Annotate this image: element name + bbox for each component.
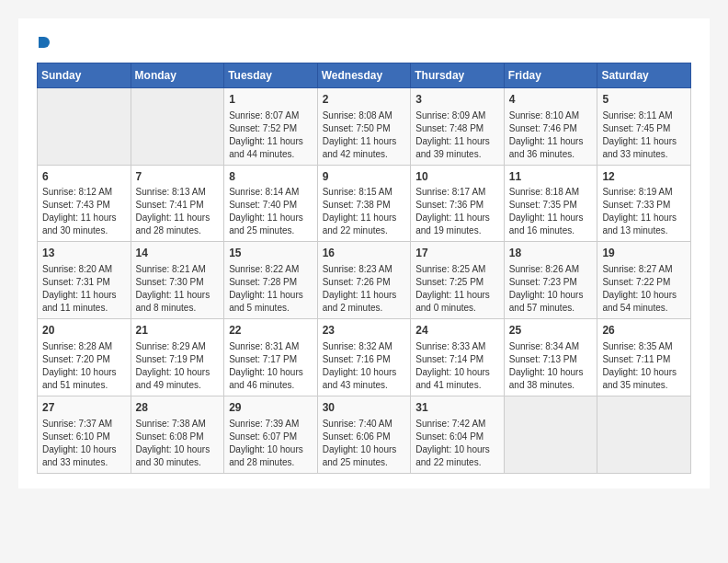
calendar-cell xyxy=(597,396,691,473)
day-info: Sunrise: 8:32 AM Sunset: 7:16 PM Dayligh… xyxy=(323,340,406,392)
calendar-cell: 26Sunrise: 8:35 AM Sunset: 7:11 PM Dayli… xyxy=(597,319,691,396)
calendar-cell: 9Sunrise: 8:15 AM Sunset: 7:38 PM Daylig… xyxy=(317,165,411,242)
day-info: Sunrise: 7:37 AM Sunset: 6:10 PM Dayligh… xyxy=(42,418,126,469)
day-number: 2 xyxy=(323,92,406,108)
day-number: 25 xyxy=(509,323,593,339)
calendar-cell: 4Sunrise: 8:10 AM Sunset: 7:46 PM Daylig… xyxy=(504,87,597,165)
calendar-cell: 19Sunrise: 8:27 AM Sunset: 7:22 PM Dayli… xyxy=(597,242,691,319)
calendar-week: 13Sunrise: 8:20 AM Sunset: 7:31 PM Dayli… xyxy=(38,242,691,319)
calendar-week: 20Sunrise: 8:28 AM Sunset: 7:20 PM Dayli… xyxy=(38,319,691,396)
logo-icon xyxy=(39,37,50,48)
day-number: 24 xyxy=(415,323,499,339)
day-number: 5 xyxy=(602,92,686,108)
day-info: Sunrise: 8:17 AM Sunset: 7:36 PM Dayligh… xyxy=(415,186,499,237)
calendar-cell: 28Sunrise: 7:38 AM Sunset: 6:08 PM Dayli… xyxy=(131,396,224,473)
day-info: Sunrise: 8:23 AM Sunset: 7:26 PM Dayligh… xyxy=(323,263,406,315)
day-number: 27 xyxy=(42,400,126,416)
day-number: 22 xyxy=(229,323,313,339)
day-info: Sunrise: 7:42 AM Sunset: 6:04 PM Dayligh… xyxy=(415,418,499,469)
day-number: 12 xyxy=(602,169,686,185)
day-info: Sunrise: 8:34 AM Sunset: 7:13 PM Dayligh… xyxy=(509,340,593,392)
day-number: 26 xyxy=(602,323,686,339)
day-info: Sunrise: 8:31 AM Sunset: 7:17 PM Dayligh… xyxy=(229,340,313,392)
logo xyxy=(37,33,50,52)
day-number: 31 xyxy=(415,400,499,416)
calendar-cell: 17Sunrise: 8:25 AM Sunset: 7:25 PM Dayli… xyxy=(411,242,505,319)
day-number: 21 xyxy=(136,323,220,339)
day-header: Tuesday xyxy=(224,63,318,87)
day-number: 3 xyxy=(415,92,499,108)
day-info: Sunrise: 8:07 AM Sunset: 7:52 PM Dayligh… xyxy=(229,109,313,161)
day-header: Saturday xyxy=(597,63,691,87)
calendar-cell: 12Sunrise: 8:19 AM Sunset: 7:33 PM Dayli… xyxy=(597,165,691,242)
calendar-cell: 1Sunrise: 8:07 AM Sunset: 7:52 PM Daylig… xyxy=(224,87,318,165)
logo-text xyxy=(37,33,50,52)
day-info: Sunrise: 8:18 AM Sunset: 7:35 PM Dayligh… xyxy=(509,186,593,237)
day-info: Sunrise: 8:29 AM Sunset: 7:19 PM Dayligh… xyxy=(136,340,220,392)
day-header: Monday xyxy=(131,63,224,87)
day-info: Sunrise: 7:40 AM Sunset: 6:06 PM Dayligh… xyxy=(323,418,406,469)
day-number: 29 xyxy=(229,400,313,416)
calendar-cell: 29Sunrise: 7:39 AM Sunset: 6:07 PM Dayli… xyxy=(224,396,318,473)
day-info: Sunrise: 8:10 AM Sunset: 7:46 PM Dayligh… xyxy=(509,109,593,161)
calendar-cell: 6Sunrise: 8:12 AM Sunset: 7:43 PM Daylig… xyxy=(38,165,131,242)
header xyxy=(37,33,691,52)
day-info: Sunrise: 8:27 AM Sunset: 7:22 PM Dayligh… xyxy=(602,263,686,315)
calendar-cell: 31Sunrise: 7:42 AM Sunset: 6:04 PM Dayli… xyxy=(411,396,505,473)
calendar-cell: 15Sunrise: 8:22 AM Sunset: 7:28 PM Dayli… xyxy=(224,242,318,319)
calendar-cell: 13Sunrise: 8:20 AM Sunset: 7:31 PM Dayli… xyxy=(38,242,131,319)
day-number: 28 xyxy=(136,400,220,416)
day-number: 16 xyxy=(323,246,406,261)
day-number: 23 xyxy=(323,323,406,339)
day-number: 9 xyxy=(323,169,406,185)
day-info: Sunrise: 8:14 AM Sunset: 7:40 PM Dayligh… xyxy=(229,186,313,237)
day-number: 7 xyxy=(136,169,220,185)
day-number: 10 xyxy=(415,169,499,185)
day-header: Thursday xyxy=(411,63,505,87)
day-info: Sunrise: 8:13 AM Sunset: 7:41 PM Dayligh… xyxy=(136,186,220,237)
day-info: Sunrise: 8:09 AM Sunset: 7:48 PM Dayligh… xyxy=(415,109,499,161)
calendar-cell: 10Sunrise: 8:17 AM Sunset: 7:36 PM Dayli… xyxy=(411,165,505,242)
day-number: 11 xyxy=(509,169,593,185)
header-row: SundayMondayTuesdayWednesdayThursdayFrid… xyxy=(38,63,691,87)
calendar-cell xyxy=(38,87,131,165)
calendar-cell: 16Sunrise: 8:23 AM Sunset: 7:26 PM Dayli… xyxy=(317,242,411,319)
day-number: 19 xyxy=(602,246,686,261)
day-info: Sunrise: 8:25 AM Sunset: 7:25 PM Dayligh… xyxy=(415,263,499,315)
day-number: 4 xyxy=(509,92,593,108)
day-info: Sunrise: 8:33 AM Sunset: 7:14 PM Dayligh… xyxy=(415,340,499,392)
calendar-cell: 2Sunrise: 8:08 AM Sunset: 7:50 PM Daylig… xyxy=(317,87,411,165)
day-number: 14 xyxy=(136,246,220,261)
calendar-cell: 14Sunrise: 8:21 AM Sunset: 7:30 PM Dayli… xyxy=(131,242,224,319)
day-number: 6 xyxy=(42,169,126,185)
calendar-cell: 7Sunrise: 8:13 AM Sunset: 7:41 PM Daylig… xyxy=(131,165,224,242)
day-header: Sunday xyxy=(38,63,131,87)
calendar-cell: 18Sunrise: 8:26 AM Sunset: 7:23 PM Dayli… xyxy=(504,242,597,319)
calendar-week: 27Sunrise: 7:37 AM Sunset: 6:10 PM Dayli… xyxy=(38,396,691,473)
day-info: Sunrise: 8:15 AM Sunset: 7:38 PM Dayligh… xyxy=(323,186,406,237)
day-number: 8 xyxy=(229,169,313,185)
calendar-cell: 25Sunrise: 8:34 AM Sunset: 7:13 PM Dayli… xyxy=(504,319,597,396)
calendar-cell: 20Sunrise: 8:28 AM Sunset: 7:20 PM Dayli… xyxy=(38,319,131,396)
day-info: Sunrise: 7:39 AM Sunset: 6:07 PM Dayligh… xyxy=(229,418,313,469)
calendar-week: 6Sunrise: 8:12 AM Sunset: 7:43 PM Daylig… xyxy=(38,165,691,242)
day-info: Sunrise: 8:21 AM Sunset: 7:30 PM Dayligh… xyxy=(136,263,220,315)
calendar-table: SundayMondayTuesdayWednesdayThursdayFrid… xyxy=(37,63,691,474)
day-number: 17 xyxy=(415,246,499,261)
day-info: Sunrise: 8:26 AM Sunset: 7:23 PM Dayligh… xyxy=(509,263,593,315)
day-number: 18 xyxy=(509,246,593,261)
day-info: Sunrise: 8:22 AM Sunset: 7:28 PM Dayligh… xyxy=(229,263,313,315)
day-info: Sunrise: 8:28 AM Sunset: 7:20 PM Dayligh… xyxy=(42,340,126,392)
calendar-cell: 27Sunrise: 7:37 AM Sunset: 6:10 PM Dayli… xyxy=(38,396,131,473)
calendar-cell: 8Sunrise: 8:14 AM Sunset: 7:40 PM Daylig… xyxy=(224,165,318,242)
day-info: Sunrise: 8:19 AM Sunset: 7:33 PM Dayligh… xyxy=(602,186,686,237)
day-number: 1 xyxy=(229,92,313,108)
day-info: Sunrise: 8:35 AM Sunset: 7:11 PM Dayligh… xyxy=(602,340,686,392)
day-header: Wednesday xyxy=(317,63,411,87)
day-number: 13 xyxy=(42,246,126,261)
calendar-cell: 22Sunrise: 8:31 AM Sunset: 7:17 PM Dayli… xyxy=(224,319,318,396)
day-number: 30 xyxy=(323,400,406,416)
day-number: 20 xyxy=(42,323,126,339)
calendar-cell: 5Sunrise: 8:11 AM Sunset: 7:45 PM Daylig… xyxy=(597,87,691,165)
calendar-cell: 30Sunrise: 7:40 AM Sunset: 6:06 PM Dayli… xyxy=(317,396,411,473)
